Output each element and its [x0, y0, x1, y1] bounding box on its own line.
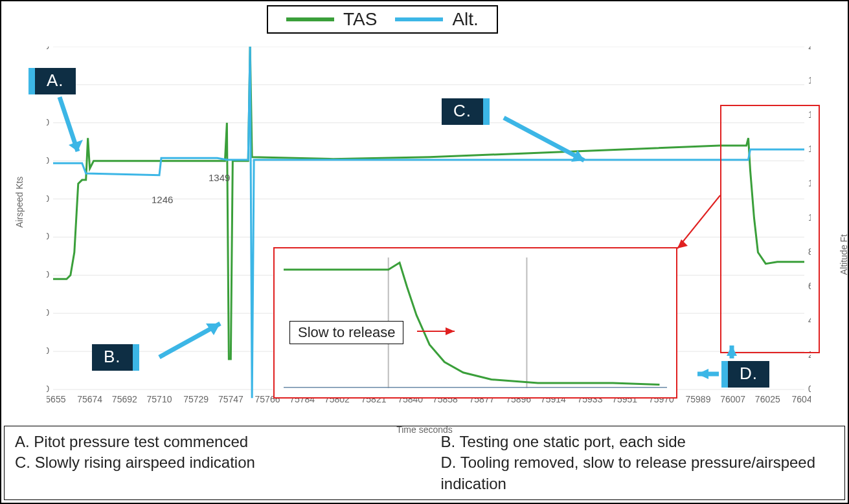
callout-c-label: C. — [442, 98, 483, 125]
callout-a: A. — [28, 68, 76, 94]
legend-item-alt: Alt. — [395, 9, 478, 30]
callout-a-label: A. — [35, 68, 76, 94]
svg-text:120: 120 — [47, 47, 49, 51]
legend-swatch-alt — [395, 17, 443, 21]
svg-text:80: 80 — [47, 117, 49, 127]
legend-swatch-tas — [286, 17, 334, 21]
callout-c-edge — [483, 98, 490, 125]
svg-text:75710: 75710 — [147, 394, 172, 404]
svg-text:-60: -60 — [47, 384, 49, 394]
callout-b: B. — [92, 344, 139, 371]
callout-d-edge — [721, 361, 728, 388]
caption-b: B. Testing one static port, each side — [441, 432, 835, 452]
svg-text:76044: 76044 — [792, 394, 811, 404]
legend-label-tas: TAS — [343, 9, 377, 30]
svg-text:76007: 76007 — [720, 394, 745, 404]
svg-text:-40: -40 — [47, 345, 49, 356]
data-label-2: 1246 — [152, 194, 173, 205]
svg-text:75729: 75729 — [183, 394, 209, 404]
svg-text:75747: 75747 — [218, 394, 243, 404]
svg-text:75989: 75989 — [686, 394, 711, 404]
figure-container: TAS Alt. -60-40-200204060801001200200400… — [0, 0, 849, 504]
callout-b-edge — [133, 344, 139, 371]
data-label-1: 1349 — [209, 172, 230, 183]
svg-text:76025: 76025 — [755, 394, 780, 404]
callout-d-label: D. — [728, 361, 769, 388]
svg-text:75655: 75655 — [47, 394, 66, 404]
svg-text:2000: 2000 — [808, 47, 811, 51]
svg-text:75674: 75674 — [77, 394, 102, 404]
svg-text:75692: 75692 — [112, 394, 137, 404]
svg-text:60: 60 — [47, 155, 49, 166]
legend: TAS Alt. — [267, 5, 498, 34]
legend-label-alt: Alt. — [452, 9, 478, 30]
caption-a: A. Pitot pressure test commenced — [15, 432, 409, 452]
y-right-axis-label: Altitude Ft — [839, 234, 849, 275]
callout-b-label: B. — [92, 344, 133, 371]
svg-text:0: 0 — [808, 384, 811, 394]
caption-d: D. Tooling removed, slow to release pres… — [441, 452, 835, 494]
caption-c: C. Slowly rising airspeed indication — [15, 452, 409, 494]
svg-text:1800: 1800 — [808, 75, 811, 85]
inset-annotation-label: Slow to release — [289, 321, 403, 344]
svg-text:20: 20 — [47, 231, 49, 241]
svg-text:-20: -20 — [47, 307, 49, 318]
legend-item-tas: TAS — [286, 9, 377, 30]
y-left-axis-label: Airspeed Kts — [14, 177, 25, 228]
callout-c: C. — [442, 98, 490, 125]
caption-box: A. Pitot pressure test commenced B. Test… — [4, 426, 845, 500]
callout-d: D. — [721, 361, 769, 388]
svg-text:40: 40 — [47, 193, 49, 204]
svg-text:0: 0 — [47, 269, 49, 279]
callout-a-edge — [28, 68, 35, 94]
region-d-highlight — [720, 105, 820, 353]
